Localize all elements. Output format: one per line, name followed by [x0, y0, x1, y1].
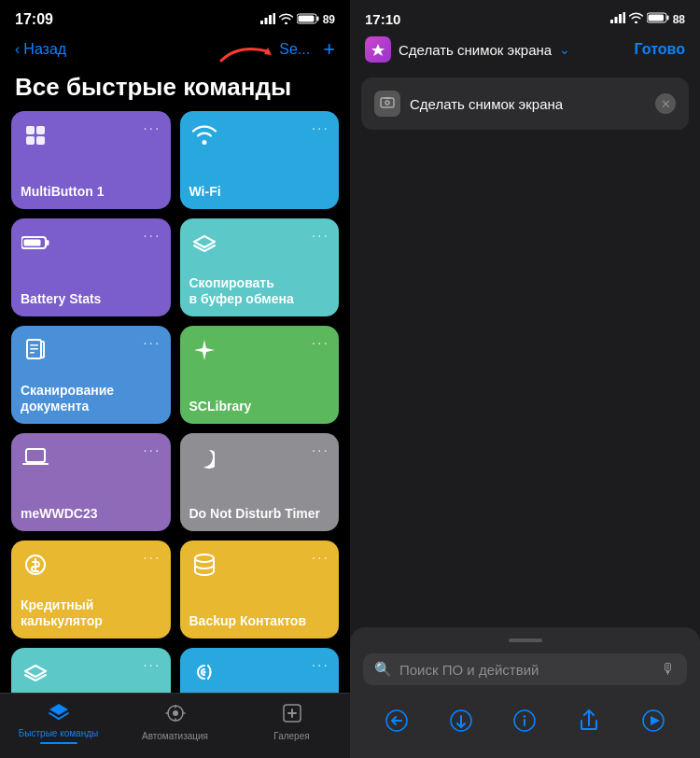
multibutton-label: MultiButton 1: [21, 184, 161, 200]
tab-gallery[interactable]: Галерея: [233, 703, 350, 741]
drag-handle: [509, 639, 542, 642]
svg-rect-11: [36, 136, 45, 145]
tab-shortcuts-icon: [48, 700, 70, 726]
mic-icon[interactable]: 🎙: [661, 661, 676, 678]
multibutton-icon: [21, 120, 50, 150]
nav-actions: Se... +: [266, 37, 335, 62]
svg-rect-28: [619, 14, 622, 23]
shortcut-nfc[interactable]: ···: [180, 648, 340, 693]
select-label[interactable]: Se...: [279, 41, 310, 58]
status-bar-left: 17:09 89: [0, 0, 350, 32]
svg-rect-31: [666, 16, 668, 21]
card-menu-credit[interactable]: ···: [143, 550, 161, 567]
search-input-row[interactable]: 🔍 Поиск ПО и действий 🎙: [363, 653, 687, 685]
shortcut-layers2[interactable]: ···: [11, 648, 171, 693]
svg-rect-27: [614, 17, 617, 23]
sparkle-card-icon: [189, 335, 219, 365]
card-menu-clipboard[interactable]: ···: [312, 228, 329, 245]
wifi-label: Wi-Fi: [189, 184, 330, 200]
sclibrary-label: SCLibrary: [189, 399, 330, 414]
svg-point-34: [385, 101, 389, 105]
tab-gallery-label: Галерея: [273, 731, 309, 741]
shortcut-sclibrary[interactable]: ··· SCLibrary: [180, 326, 340, 424]
tab-automation[interactable]: Автоматизация: [117, 703, 233, 741]
shortcut-credit[interactable]: ··· Кредитный калькулятор: [11, 540, 171, 639]
done-button[interactable]: Готово: [635, 41, 685, 58]
add-button[interactable]: +: [323, 37, 335, 62]
right-panel: 17:10 88 Сделать снимок экрана ⌄ Гот: [350, 0, 700, 758]
shortcut-battery[interactable]: ··· Battery Stats: [11, 218, 171, 316]
db-card-icon: [189, 550, 219, 580]
svg-marker-40: [651, 716, 660, 725]
right-nav-title-group: Сделать снимок экрана ⌄: [365, 36, 570, 63]
svg-point-21: [195, 554, 214, 562]
back-action-button[interactable]: [378, 702, 415, 739]
svg-rect-26: [610, 20, 613, 23]
signal-icon: [260, 13, 275, 27]
svg-rect-2: [269, 15, 272, 24]
action-remove-button[interactable]: ✕: [655, 93, 676, 114]
share-action-button[interactable]: [570, 702, 608, 739]
svg-rect-5: [316, 16, 318, 21]
status-icons-left: 89: [260, 13, 335, 27]
shortcut-dnd[interactable]: ··· Do Not Disturb Timer: [180, 433, 340, 531]
clipboard-label: Скопировать в буфер обмена: [189, 275, 330, 307]
svg-rect-33: [381, 98, 394, 107]
time-right: 17:10: [365, 11, 400, 27]
laptop-card-icon: [21, 442, 50, 472]
tab-shortcuts-label: Быстрые команды: [19, 728, 98, 738]
action-block-label: Сделать снимок экрана: [410, 96, 646, 112]
back-button[interactable]: ‹ Назад: [15, 41, 66, 58]
status-icons-right: 88: [610, 12, 685, 26]
right-content-area: [350, 137, 700, 627]
card-menu-dnd[interactable]: ···: [312, 442, 329, 459]
info-action-button[interactable]: [506, 702, 543, 739]
svg-rect-10: [26, 136, 35, 145]
svg-rect-19: [26, 449, 45, 462]
tab-bar: Быстрые команды Автоматизация Галерея: [0, 693, 350, 758]
wifi-icon-left: [279, 13, 293, 27]
action-block[interactable]: Сделать снимок экрана ✕: [361, 77, 689, 130]
svg-rect-0: [260, 21, 263, 24]
shortcut-scan[interactable]: ··· Сканирование документа: [11, 326, 171, 424]
nav-bar-left: ‹ Назад Se... +: [0, 32, 350, 65]
card-menu-layers2[interactable]: ···: [143, 657, 161, 674]
card-menu-scan[interactable]: ···: [143, 335, 161, 352]
status-bar-right: 17:10 88: [350, 0, 700, 31]
shortcut-clipboard[interactable]: ··· Скопировать в буфер обмена: [180, 218, 340, 316]
card-menu-sclibrary[interactable]: ···: [312, 335, 329, 352]
shortcut-multibutton[interactable]: ··· MultiButton 1: [11, 111, 171, 209]
wifi-icon-right: [629, 12, 643, 26]
card-menu-nfc[interactable]: ···: [312, 657, 329, 674]
forward-action-button[interactable]: [442, 702, 480, 739]
card-menu-backup[interactable]: ···: [312, 550, 329, 567]
mewwdc-label: meWWDC23: [21, 506, 161, 522]
shortcut-app-icon: [365, 36, 391, 63]
svg-rect-35: [385, 97, 390, 99]
card-menu-wifi[interactable]: ···: [312, 120, 329, 137]
bottom-actions: [350, 693, 700, 758]
svg-rect-32: [648, 15, 664, 21]
svg-rect-29: [623, 12, 625, 23]
card-menu-mewwdc[interactable]: ···: [143, 442, 161, 459]
page-title: Все быстрые команды: [0, 65, 350, 111]
svg-rect-6: [298, 15, 314, 21]
shortcut-mewwdc[interactable]: ··· meWWDC23: [11, 433, 171, 531]
play-action-button[interactable]: [635, 702, 672, 739]
shortcut-wifi[interactable]: ··· Wi-Fi: [180, 111, 340, 209]
shortcuts-grid: ··· MultiButton 1 ··· Wi-Fi: [0, 111, 350, 693]
card-menu-multibutton[interactable]: ···: [143, 120, 161, 137]
svg-rect-16: [30, 344, 38, 346]
right-nav-shortcut-name: Сделать снимок экрана: [399, 42, 552, 58]
battery-card-icon: [21, 228, 50, 258]
dnd-label: Do Not Disturb Timer: [189, 506, 330, 522]
shortcut-backup[interactable]: ··· Backup Контактов: [180, 540, 340, 639]
svg-rect-17: [30, 348, 38, 350]
layers-card-icon: [189, 228, 219, 258]
tab-shortcuts[interactable]: Быстрые команды: [0, 700, 117, 744]
svg-point-23: [173, 710, 178, 716]
card-menu-battery[interactable]: ···: [143, 228, 161, 245]
battery-icon-left: [297, 13, 319, 27]
chevron-down-icon[interactable]: ⌄: [559, 42, 570, 57]
svg-rect-3: [273, 13, 275, 24]
